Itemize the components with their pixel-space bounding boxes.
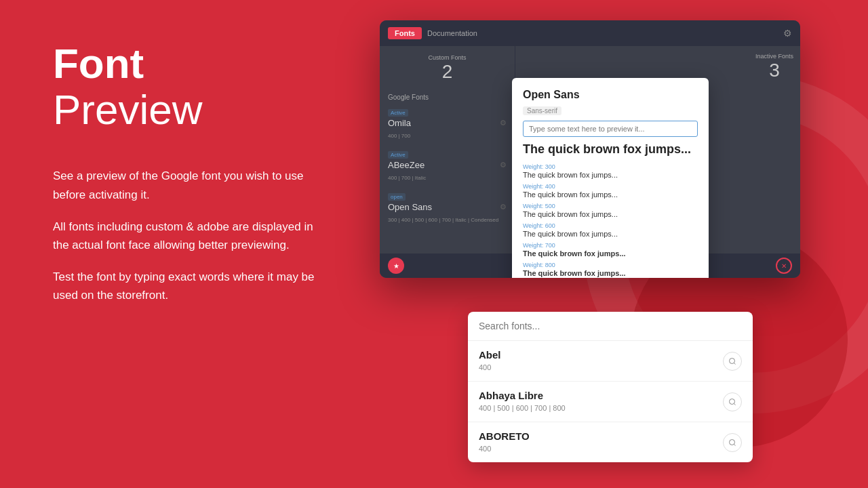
svg-point-0 xyxy=(730,358,735,363)
settings-icon[interactable]: ⚙ xyxy=(783,28,792,39)
font-aboreto-info: ABORETO 400 xyxy=(479,430,530,454)
left-panel: Font Preview See a preview of the Google… xyxy=(53,41,324,319)
font-gear-abeezee[interactable]: ⚙ xyxy=(500,161,507,169)
inactive-fonts-label: Inactive Fonts xyxy=(755,53,793,60)
font-badge-omila: Active xyxy=(388,109,408,117)
modal-big-preview: The quick brown fox jumps... xyxy=(523,142,698,157)
weight-300a: Weight: 300 The quick brown fox jumps... xyxy=(523,163,698,179)
font-abel-name: Abel xyxy=(479,349,501,361)
font-list-item-aboreto: ABORETO 400 xyxy=(468,422,753,462)
tab-documentation[interactable]: Documentation xyxy=(427,29,477,37)
close-button[interactable]: ✕ xyxy=(776,258,792,274)
app-header: Fonts Documentation ⚙ xyxy=(380,20,800,46)
font-search-panel: Abel 400 Abhaya Libre 400 | 500 | 600 | … xyxy=(468,312,753,462)
search-input[interactable] xyxy=(479,321,742,331)
search-input-wrap xyxy=(468,312,753,341)
font-preview-modal: Open Sans Sans-serif The quick brown fox… xyxy=(512,78,709,278)
inactive-fonts-count: 3 xyxy=(755,60,793,81)
svg-line-5 xyxy=(734,444,735,445)
custom-fonts-stat: Custom Fonts 2 xyxy=(388,54,507,83)
font-list-item-abel: Abel 400 xyxy=(468,341,753,382)
font-aboreto-weights: 400 xyxy=(479,445,491,453)
inactive-fonts-stat: Inactive Fonts 3 xyxy=(755,53,793,81)
desc-1: See a preview of the Google font you wis… xyxy=(53,167,324,203)
custom-fonts-count: 2 xyxy=(388,61,507,83)
svg-line-1 xyxy=(734,363,735,364)
font-abhaya-name: Abhaya Libre xyxy=(479,390,566,401)
desc-3: Test the font by typing exact words wher… xyxy=(53,268,324,304)
svg-point-2 xyxy=(730,399,735,404)
description-block: See a preview of the Google font you wis… xyxy=(53,167,324,304)
modal-preview-input[interactable] xyxy=(523,121,698,137)
font-meta-opensans: 300 | 400 | 500 | 600 | 700 | Italic | C… xyxy=(388,217,498,223)
font-item-opensans: open Open Sans 300 | 400 | 500 | 600 | 7… xyxy=(388,189,507,224)
svg-line-3 xyxy=(734,403,735,405)
font-name-opensans: Open Sans xyxy=(388,202,498,212)
font-meta-omila: 400 | 700 xyxy=(388,133,410,139)
weight-400: Weight: 400 The quick brown fox jumps... xyxy=(523,183,698,199)
font-aboreto-name: ABORETO xyxy=(479,430,530,442)
font-item-abeezee: Active ABeeZee 400 | 700 | Italic ⚙ xyxy=(388,147,507,182)
preview-aboreto-button[interactable] xyxy=(723,433,742,452)
font-abhaya-info: Abhaya Libre 400 | 500 | 600 | 700 | 800 xyxy=(479,390,566,413)
right-panel: Fonts Documentation ⚙ Custom Fonts 2 Goo… xyxy=(380,20,827,278)
preview-abhaya-button[interactable] xyxy=(723,392,742,411)
font-meta-abeezee: 400 | 700 | Italic xyxy=(388,175,426,181)
font-gear-omila[interactable]: ⚙ xyxy=(500,119,507,127)
font-name-abeezee: ABeeZee xyxy=(388,160,426,170)
tab-fonts[interactable]: Fonts xyxy=(388,27,422,39)
weight-600: Weight: 600 The quick brown fox jumps... xyxy=(523,222,698,238)
star-button[interactable]: ★ xyxy=(388,258,404,274)
app-window: Fonts Documentation ⚙ Custom Fonts 2 Goo… xyxy=(380,20,800,278)
modal-font-type: Sans-serif xyxy=(523,106,561,115)
weight-800: Weight: 800 The quick brown fox jumps... xyxy=(523,262,698,277)
preview-abel-button[interactable] xyxy=(723,352,742,371)
font-item-omila: Active Omila 400 | 700 ⚙ xyxy=(388,105,507,140)
app-sidebar: Custom Fonts 2 Google Fonts Active Omila… xyxy=(380,46,515,278)
page-title: Font Preview xyxy=(53,41,324,133)
font-abhaya-weights: 400 | 500 | 600 | 700 | 800 xyxy=(479,404,566,412)
font-abel-info: Abel 400 xyxy=(479,349,501,373)
weight-500: Weight: 500 The quick brown fox jumps... xyxy=(523,203,698,218)
font-name-omila: Omila xyxy=(388,118,411,128)
desc-2: All fonts including custom & adobe are d… xyxy=(53,218,324,254)
font-abel-weights: 400 xyxy=(479,363,491,371)
google-fonts-section: Google Fonts xyxy=(388,94,507,101)
svg-point-4 xyxy=(730,439,735,445)
font-badge-opensans: open xyxy=(388,193,406,201)
font-list-item-abhaya: Abhaya Libre 400 | 500 | 600 | 700 | 800 xyxy=(468,382,753,422)
font-gear-opensans[interactable]: ⚙ xyxy=(500,203,507,211)
font-badge-abeezee: Active xyxy=(388,151,408,159)
custom-fonts-label: Custom Fonts xyxy=(388,54,507,61)
modal-font-name: Open Sans xyxy=(523,89,698,101)
title-light: Preview xyxy=(53,87,324,133)
title-bold: Font xyxy=(53,40,144,87)
weight-700: Weight: 700 The quick brown fox jumps... xyxy=(523,242,698,258)
